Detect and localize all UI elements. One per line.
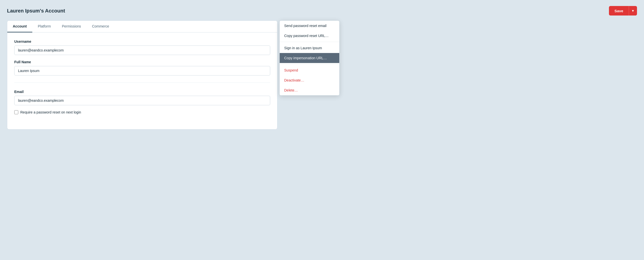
main-content: Account Platform Permissions Commerce Us… — [7, 20, 637, 130]
dropdown-item-send-reset[interactable]: Send password reset email — [280, 21, 339, 31]
password-reset-label[interactable]: Require a password reset on next login — [20, 110, 81, 114]
email-section: Email Require a password reset on next l… — [14, 82, 270, 114]
basic-info-section: Username Full Name — [14, 40, 270, 76]
tab-platform[interactable]: Platform — [32, 21, 56, 32]
dropdown-divider-2 — [280, 64, 339, 64]
dropdown-item-deactivate[interactable]: Deactivate… — [280, 75, 339, 85]
tabs-bar: Account Platform Permissions Commerce — [7, 21, 277, 32]
save-dropdown-button[interactable]: ▾ — [629, 6, 637, 16]
username-field-group: Username — [14, 40, 270, 55]
password-reset-row: Require a password reset on next login — [14, 110, 270, 114]
email-input[interactable] — [14, 96, 270, 105]
form-body: Username Full Name Email Require a passw… — [7, 32, 277, 129]
page-header: Lauren Ipsum's Account Save ▾ — [7, 6, 637, 16]
tab-commerce[interactable]: Commerce — [86, 21, 114, 32]
dropdown-item-sign-in[interactable]: Sign in as Lauren Ipsum — [280, 43, 339, 53]
fullname-label: Full Name — [14, 60, 270, 64]
fullname-input[interactable] — [14, 66, 270, 76]
dropdown-item-delete[interactable]: Delete… — [280, 85, 339, 95]
save-button[interactable]: Save — [609, 6, 629, 16]
fullname-field-group: Full Name — [14, 60, 270, 76]
tab-account[interactable]: Account — [7, 21, 32, 32]
dropdown-divider-1 — [280, 42, 339, 42]
save-dropdown-caret-icon: ▾ — [632, 8, 634, 13]
email-label: Email — [14, 90, 270, 94]
dropdown-item-copy-reset[interactable]: Copy password reset URL… — [280, 31, 339, 41]
email-field-group: Email — [14, 90, 270, 105]
password-reset-checkbox[interactable] — [14, 110, 18, 114]
side-panel: Status Active ⚙ ▾ Created at 1 Last logi… — [284, 20, 340, 42]
dropdown-item-copy-impersonation[interactable]: Copy impersonation URL… — [280, 53, 339, 63]
header-actions: Save ▾ — [609, 6, 637, 16]
tab-permissions[interactable]: Permissions — [56, 21, 86, 32]
page-title: Lauren Ipsum's Account — [7, 8, 65, 14]
dropdown-menu: Send password reset email Copy password … — [279, 20, 340, 96]
username-input[interactable] — [14, 46, 270, 55]
form-card: Account Platform Permissions Commerce Us… — [7, 20, 277, 130]
username-label: Username — [14, 40, 270, 44]
dropdown-item-suspend[interactable]: Suspend — [280, 65, 339, 75]
